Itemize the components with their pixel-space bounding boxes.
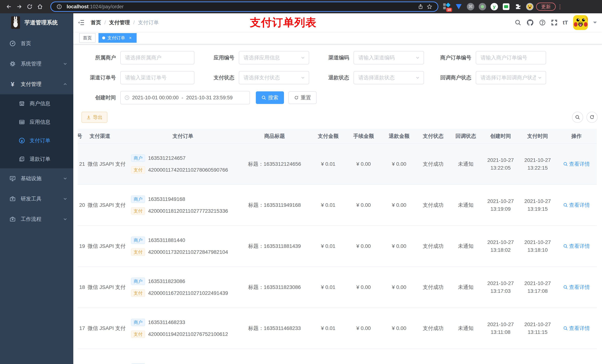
sidebar-item-label: 工作流程 xyxy=(21,216,42,223)
chevron-up-icon xyxy=(63,82,67,86)
sidebar-item-infra[interactable]: 基础设施 xyxy=(0,168,73,189)
breadcrumb-pay[interactable]: 支付管理 xyxy=(109,19,130,26)
fullscreen-icon[interactable] xyxy=(551,19,558,26)
filter-row-3: 创建时间 2021-10-01 00:00:00 - 2021-10-31 23… xyxy=(78,91,598,104)
home-icon[interactable] xyxy=(35,1,45,12)
pay-order-line: 支付 4200001167202110271022491439 xyxy=(131,290,238,297)
cell-create-time: 2021-10-2713:17:03 xyxy=(482,267,519,308)
sidebar-item-label: 基础设施 xyxy=(21,175,42,182)
emoji-extension-icon[interactable] xyxy=(526,3,534,11)
breadcrumb-home[interactable]: 首页 xyxy=(91,19,101,26)
view-detail-label: 查看详情 xyxy=(569,202,590,209)
share-icon[interactable] xyxy=(416,2,425,11)
cell-create-time: 2021-10-2713:18:02 xyxy=(482,226,519,267)
font-size-icon[interactable]: tT xyxy=(563,20,568,26)
view-detail-link[interactable]: 查看详情 xyxy=(563,202,590,209)
collapse-sidebar-icon[interactable] xyxy=(78,19,85,26)
site-info-icon[interactable] xyxy=(55,2,64,11)
cell-create-time: 2021-10-2713:22:05 xyxy=(482,144,519,185)
table-row[interactable]: 20 微信 JSAPI 支付 商户 1635311949168 支付 xyxy=(78,185,597,226)
sidebar-item-merchant-info[interactable]: 商户信息 xyxy=(0,94,73,113)
view-detail-link[interactable]: 查看详情 xyxy=(563,243,590,250)
pay-date: 2021-10-27 xyxy=(519,280,556,287)
export-button[interactable]: 导出 xyxy=(81,112,107,123)
user-avatar[interactable] xyxy=(573,15,588,30)
dot-extension-icon[interactable] xyxy=(478,3,486,11)
avatar-caret-icon[interactable] xyxy=(593,22,597,25)
filter-channel-order-no: 渠道订单号 xyxy=(78,71,194,84)
table-row[interactable]: 商户 1635311351736 xyxy=(78,349,597,364)
close-icon[interactable]: × xyxy=(128,35,133,41)
sidebar-item-pay-order[interactable]: ¥ 支付订单 xyxy=(0,131,73,150)
tag-pay-order[interactable]: 支付订单 × xyxy=(98,33,137,43)
filter-callback-status: 回调商户状态 请选择订单回调商户状态 xyxy=(428,71,546,84)
search-button-label: 搜索 xyxy=(268,94,279,101)
view-detail-link[interactable]: 查看详情 xyxy=(563,325,590,332)
table-row[interactable]: 17 微信 JSAPI 支付 商户 1635311468233 支付 xyxy=(78,308,597,349)
sidebar-item-label: 首页 xyxy=(21,40,31,47)
address-bar[interactable]: localhost:1024/pay/order xyxy=(50,1,438,12)
table-row[interactable]: 21 微信 JSAPI 支付 商户 1635312124657 支付 xyxy=(78,144,597,185)
tag-home[interactable]: 首页 xyxy=(79,33,96,43)
select-placeholder: 请输入渠道编码 xyxy=(358,54,414,61)
show-search-button[interactable] xyxy=(572,112,583,123)
back-icon[interactable] xyxy=(4,1,14,12)
merchant-order-no: 1635312124657 xyxy=(148,155,185,161)
pay-time: 13:19:15 xyxy=(519,205,556,213)
date-range-picker[interactable]: 2021-10-01 00:00:00 - 2021-10-31 23:59:5… xyxy=(120,91,250,104)
refund-status-select[interactable]: 请选择退款状态 xyxy=(354,71,424,84)
github-icon[interactable] xyxy=(527,19,534,26)
reload-icon[interactable] xyxy=(24,1,35,12)
extension-badge-icon[interactable]: 10 xyxy=(443,3,451,11)
sidebar-item-devtools[interactable]: 研发工具 xyxy=(0,189,73,209)
merchant-order-line: 商户 1635312124657 xyxy=(131,155,238,162)
sidebar-item-pay[interactable]: ¥ 支付管理 xyxy=(0,74,73,94)
channel-order-no-input[interactable] xyxy=(120,71,194,84)
app-no-select[interactable]: 请选择应用信息 xyxy=(239,51,309,64)
command-extension-icon[interactable]: ⌘ xyxy=(466,3,475,11)
merchant-order-no-input[interactable] xyxy=(476,51,546,64)
table-row[interactable]: 19 微信 JSAPI 支付 商户 1635311881440 支付 xyxy=(78,226,597,267)
gem-extension-icon[interactable] xyxy=(455,3,463,11)
refresh-button[interactable] xyxy=(586,112,598,123)
table-row[interactable]: 18 微信 JSAPI 支付 商户 1635311823086 支付 xyxy=(78,267,597,308)
callback-status-select[interactable]: 请选择订单回调商户状态 xyxy=(476,71,546,84)
cell-fee: ¥ 0.00 xyxy=(346,267,381,308)
cell-action xyxy=(556,349,597,364)
cell-title: 标题：1635311949168 xyxy=(238,185,311,226)
sidebar-item-app-info[interactable]: 应用信息 xyxy=(0,113,73,131)
breadcrumb-separator: / xyxy=(104,20,106,26)
cell-amount: ¥ 0.01 xyxy=(311,226,346,267)
forward-icon[interactable] xyxy=(14,1,24,12)
y-extension-icon[interactable]: y xyxy=(490,3,498,11)
sidebar-item-system[interactable]: 系统管理 xyxy=(0,54,73,74)
reset-button[interactable]: 重置 xyxy=(288,91,317,104)
logo-row[interactable]: 芋道管理系统 xyxy=(0,13,73,32)
merchant-input[interactable] xyxy=(120,51,194,64)
channel-code-select[interactable]: 请输入渠道编码 xyxy=(354,51,424,64)
puzzle-extension-icon[interactable] xyxy=(514,3,522,11)
page-content: 所属商户 应用编号 请选择应用信息 渠道编码 xyxy=(73,44,602,364)
monitor-chart-icon xyxy=(8,175,17,182)
view-detail-link[interactable]: 查看详情 xyxy=(563,284,590,291)
ext-diamond xyxy=(446,3,450,7)
sidebar-item-refund-order[interactable]: 退款订单 xyxy=(0,150,73,168)
search-button[interactable]: 搜索 xyxy=(256,91,284,104)
search-icon[interactable] xyxy=(515,19,521,26)
tag-label: 首页 xyxy=(83,35,92,41)
chat-extension-icon[interactable] xyxy=(502,3,510,11)
sidebar-item-home[interactable]: 首页 xyxy=(0,33,73,54)
column-header: 支付金额 xyxy=(311,129,346,144)
bookmark-star-icon[interactable] xyxy=(425,2,434,11)
browser-menu-icon[interactable]: ⋮ xyxy=(557,3,563,10)
date-separator: - xyxy=(182,95,183,101)
cell-fee: ¥ 0.00 xyxy=(346,185,381,226)
browser-update-button[interactable]: 更新 xyxy=(536,3,556,11)
pay-status-select[interactable]: 请选择支付状态 xyxy=(239,71,309,84)
cell-id: 21 xyxy=(78,144,86,185)
view-detail-link[interactable]: 查看详情 xyxy=(563,161,590,167)
sidebar-item-label: 应用信息 xyxy=(30,119,50,125)
help-icon[interactable] xyxy=(539,19,546,26)
sidebar-item-workflow[interactable]: 工作流程 xyxy=(0,209,73,229)
view-detail-label: 查看详情 xyxy=(569,325,590,332)
